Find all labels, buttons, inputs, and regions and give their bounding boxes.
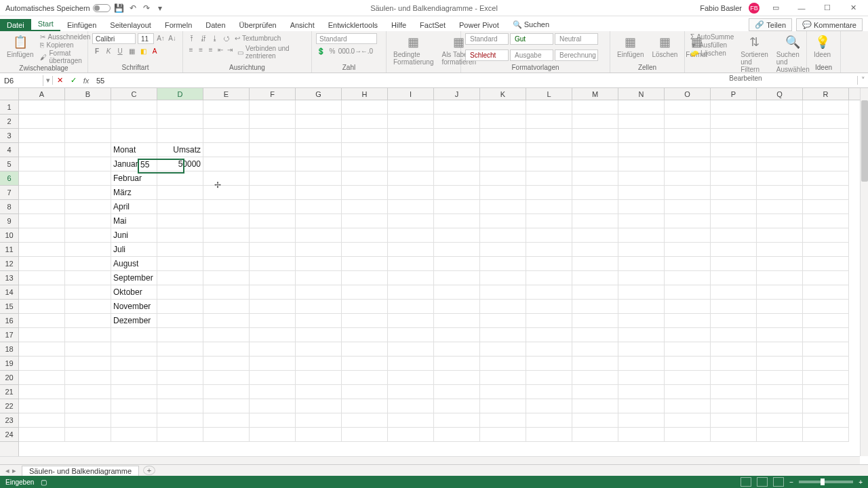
- cell-R14[interactable]: [803, 285, 849, 300]
- cell-Q9[interactable]: [757, 214, 803, 228]
- row-header-20[interactable]: 20: [0, 371, 18, 385]
- cell-P16[interactable]: [711, 314, 757, 328]
- cell-P7[interactable]: [711, 186, 757, 200]
- cell-L13[interactable]: [526, 271, 572, 285]
- cell-N12[interactable]: [618, 257, 665, 271]
- cell-Q11[interactable]: [757, 243, 803, 257]
- cell-N4[interactable]: [618, 143, 665, 157]
- cell-D3[interactable]: [157, 129, 203, 143]
- cell-I20[interactable]: [388, 371, 434, 385]
- cell-B18[interactable]: [65, 342, 111, 357]
- fill-button[interactable]: ▼ Ausfüllen: [689, 41, 735, 49]
- cell-J11[interactable]: [434, 243, 480, 257]
- row-header-9[interactable]: 9: [0, 214, 18, 228]
- cell-M10[interactable]: [572, 228, 618, 243]
- cell-I10[interactable]: [388, 228, 434, 243]
- cell-D9[interactable]: [157, 214, 203, 228]
- cell-C16[interactable]: Dezember: [111, 314, 157, 328]
- cell-G23[interactable]: [296, 413, 342, 428]
- cell-J8[interactable]: [434, 200, 480, 214]
- row-header-3[interactable]: 3: [0, 129, 18, 143]
- cell-J9[interactable]: [434, 214, 480, 228]
- col-header-P[interactable]: P: [711, 88, 757, 100]
- cell-H4[interactable]: [342, 143, 388, 157]
- cell-M12[interactable]: [572, 257, 618, 271]
- cell-O15[interactable]: [665, 300, 711, 314]
- cell-C17[interactable]: [111, 328, 157, 342]
- cell-M13[interactable]: [572, 271, 618, 285]
- indent-inc-icon[interactable]: ⇥: [226, 45, 234, 54]
- horizontal-scrollbar[interactable]: [0, 456, 860, 464]
- decrease-font-icon[interactable]: A↓: [167, 33, 177, 43]
- cell-C3[interactable]: [111, 129, 157, 143]
- cell-F10[interactable]: [250, 228, 296, 243]
- cell-L4[interactable]: [526, 143, 572, 157]
- tab-ueberpruefen[interactable]: Überprüfen: [233, 19, 283, 31]
- cell-D23[interactable]: [157, 413, 203, 428]
- cell-G22[interactable]: [296, 399, 342, 413]
- cell-I21[interactable]: [388, 385, 434, 399]
- cell-C22[interactable]: [111, 399, 157, 413]
- cell-O24[interactable]: [665, 428, 711, 442]
- cell-G21[interactable]: [296, 385, 342, 399]
- cell-K15[interactable]: [480, 300, 526, 314]
- cell-D22[interactable]: [157, 399, 203, 413]
- row-header-16[interactable]: 16: [0, 314, 18, 328]
- row-headers[interactable]: 123456789101112131415161718192021222324: [0, 100, 19, 456]
- number-format-select[interactable]: [316, 33, 377, 44]
- align-left-icon[interactable]: ≡: [187, 45, 195, 54]
- cell-K20[interactable]: [480, 371, 526, 385]
- cell-J3[interactable]: [434, 129, 480, 143]
- cell-O19[interactable]: [665, 357, 711, 371]
- cut-button[interactable]: ✂ Ausschneiden: [39, 33, 92, 41]
- cell-D14[interactable]: [157, 285, 203, 300]
- tab-start[interactable]: Start: [31, 18, 60, 31]
- cell-C13[interactable]: September: [111, 271, 157, 285]
- cell-A1[interactable]: [19, 100, 65, 115]
- macro-record-icon[interactable]: ▢: [41, 479, 47, 486]
- cell-O4[interactable]: [665, 143, 711, 157]
- cell-E10[interactable]: [203, 228, 250, 243]
- cell-H15[interactable]: [342, 300, 388, 314]
- cell-N2[interactable]: [618, 115, 665, 129]
- cell-M15[interactable]: [572, 300, 618, 314]
- cell-A22[interactable]: [19, 399, 65, 413]
- col-header-H[interactable]: H: [342, 88, 388, 100]
- cell-K1[interactable]: [480, 100, 526, 115]
- tab-daten[interactable]: Daten: [199, 19, 232, 31]
- cell-A24[interactable]: [19, 428, 65, 442]
- row-header-15[interactable]: 15: [0, 300, 18, 314]
- cell-H3[interactable]: [342, 129, 388, 143]
- cell-A4[interactable]: [19, 143, 65, 157]
- paste-button[interactable]: 📋Einfügen: [4, 33, 36, 60]
- cell-E12[interactable]: [203, 257, 250, 271]
- cell-N19[interactable]: [618, 357, 665, 371]
- cell-O14[interactable]: [665, 285, 711, 300]
- cell-O20[interactable]: [665, 371, 711, 385]
- cell-Q6[interactable]: [757, 171, 803, 186]
- cell-L20[interactable]: [526, 371, 572, 385]
- cell-I15[interactable]: [388, 300, 434, 314]
- cell-D16[interactable]: [157, 314, 203, 328]
- cell-L24[interactable]: [526, 428, 572, 442]
- ribbon-mode-icon[interactable]: ▭: [766, 1, 785, 15]
- close-icon[interactable]: ✕: [844, 1, 863, 15]
- align-middle-icon[interactable]: ⭿: [199, 33, 208, 43]
- align-center-icon[interactable]: ≡: [197, 45, 204, 54]
- cell-C12[interactable]: August: [111, 257, 157, 271]
- cell-R21[interactable]: [803, 385, 849, 399]
- cell-N5[interactable]: [618, 157, 665, 171]
- cell-Q20[interactable]: [757, 371, 803, 385]
- cell-L12[interactable]: [526, 257, 572, 271]
- percent-icon[interactable]: %: [328, 46, 337, 56]
- cell-R8[interactable]: [803, 200, 849, 214]
- cell-E6[interactable]: [203, 171, 250, 186]
- cell-I14[interactable]: [388, 285, 434, 300]
- row-header-19[interactable]: 19: [0, 357, 18, 371]
- cell-K12[interactable]: [480, 257, 526, 271]
- cell-M18[interactable]: [572, 342, 618, 357]
- name-box-dropdown-icon[interactable]: ▾: [43, 76, 53, 85]
- row-header-10[interactable]: 10: [0, 228, 18, 243]
- cell-M24[interactable]: [572, 428, 618, 442]
- cell-G2[interactable]: [296, 115, 342, 129]
